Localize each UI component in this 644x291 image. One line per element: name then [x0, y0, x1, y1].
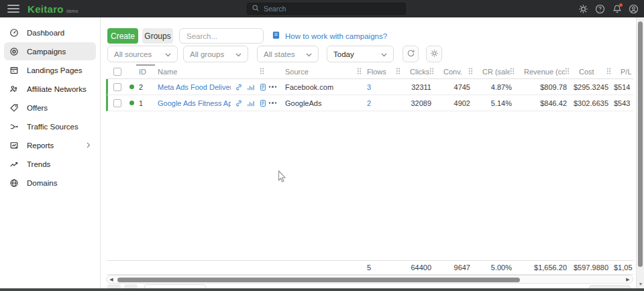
scroll-left-arrow[interactable]: ◀ — [107, 275, 116, 284]
sidebar-item-label: Domains — [27, 179, 57, 187]
horizontal-scrollbar: ◀ ▶ — [106, 275, 633, 284]
select-all-checkbox[interactable] — [113, 68, 121, 76]
drag-handle-icon[interactable] — [357, 68, 362, 76]
sidebar-item-label: Landings Pages — [27, 66, 82, 74]
campaign-report-icon[interactable] — [259, 83, 267, 91]
pl-value: $543 — [614, 99, 633, 107]
scroll-right-arrow[interactable]: ▶ — [623, 275, 633, 284]
pl-value: $514 — [614, 83, 633, 91]
table-header-row: ID Name Source Flows Clicks — [106, 64, 633, 79]
sidebar-item-domains[interactable]: Domains — [4, 174, 96, 192]
campaign-name-link[interactable]: Meta Ads Food Delivery Promo — [158, 83, 231, 91]
global-search[interactable] — [247, 3, 406, 15]
drag-handle-icon[interactable] — [260, 68, 264, 76]
table-settings-button[interactable] — [426, 46, 442, 62]
more-actions-icon[interactable] — [269, 102, 277, 104]
help-icon[interactable] — [595, 4, 605, 14]
domains-icon — [9, 178, 19, 188]
status-active-dot — [129, 84, 134, 89]
drag-handle-icon[interactable] — [606, 68, 611, 76]
summary-conv: 9647 — [437, 264, 476, 272]
sidebar-item-campaigns[interactable]: Campaigns — [4, 42, 96, 60]
menu-icon[interactable] — [7, 5, 19, 13]
row-checkbox[interactable] — [113, 83, 121, 91]
campaign-report-icon[interactable] — [259, 99, 267, 107]
refresh-button[interactable] — [402, 46, 419, 62]
dashboard-icon — [9, 28, 19, 38]
conv-value: 4902 — [437, 99, 476, 107]
cr-value: 4.87% — [476, 83, 517, 91]
column-header-cr[interactable]: CR (sales) — [476, 64, 517, 78]
help-article-link[interactable]: How to work with campaigns? — [272, 28, 387, 44]
row-checkbox[interactable] — [113, 99, 121, 107]
column-header-revenue[interactable]: Revenue (con… — [517, 64, 572, 78]
gear-icon[interactable] — [578, 4, 588, 14]
summary-revenue: $1,656.20 — [517, 264, 572, 272]
more-actions-icon[interactable] — [269, 86, 277, 88]
revenue-value: $809.78 — [517, 83, 572, 91]
bell-icon[interactable] — [612, 4, 622, 14]
summary-pl: $1,05 — [614, 264, 633, 272]
filter-sources-dropdown[interactable]: All sources — [107, 46, 178, 62]
sidebar-item-trends[interactable]: Trends — [4, 155, 96, 173]
flows-link[interactable]: 2 — [364, 99, 403, 107]
drag-handle-icon[interactable] — [468, 68, 473, 76]
chevron-down-icon — [306, 50, 312, 58]
horizontal-scroll-thumb[interactable] — [117, 278, 520, 282]
drag-handle-icon[interactable] — [565, 68, 570, 76]
column-header-conv[interactable]: Conv. — [437, 64, 476, 78]
sidebar-item-label: Campaigns — [27, 48, 66, 56]
filter-date-value: Today — [333, 50, 354, 58]
drag-handle-icon[interactable] — [510, 68, 515, 76]
filter-date-dropdown[interactable]: Today — [327, 46, 394, 62]
column-header-clicks[interactable]: Clicks — [403, 64, 437, 78]
filter-groups-value: All groups — [190, 50, 224, 58]
horizontal-scroll-track[interactable] — [116, 276, 623, 283]
sidebar-item-affiliate-networks[interactable]: Affiliate Networks — [4, 80, 96, 98]
create-button[interactable]: Create — [107, 28, 138, 44]
column-header-flows[interactable]: Flows — [364, 64, 403, 78]
topbar-icons — [578, 0, 639, 17]
campaign-link-icon[interactable] — [235, 99, 243, 107]
global-search-input[interactable] — [264, 5, 401, 13]
column-header-source[interactable]: Source — [278, 64, 364, 78]
sidebar-item-offers[interactable]: Offers — [4, 99, 96, 117]
summary-flows: 5 — [364, 264, 403, 272]
app-logo[interactable]: Keitaro demo — [28, 3, 78, 15]
filter-groups-dropdown[interactable]: All groups — [183, 46, 248, 62]
column-header-pl[interactable]: P/L ( — [614, 64, 633, 78]
sidebar-item-traffic-sources[interactable]: Traffic Sources — [4, 117, 96, 135]
campaign-search-input[interactable] — [179, 28, 264, 44]
traffic-sources-icon — [9, 122, 19, 131]
sidebar-item-dashboard[interactable]: Dashboard — [4, 23, 96, 42]
flows-link[interactable]: 3 — [364, 83, 403, 91]
groups-button[interactable]: Groups — [142, 28, 173, 44]
clicks-value: 32311 — [403, 83, 437, 91]
scroll-down-arrow[interactable]: ▼ — [637, 280, 644, 288]
revenue-value: $846.42 — [517, 99, 572, 107]
book-icon — [272, 31, 280, 41]
trends-icon — [9, 160, 19, 169]
campaign-stats-icon[interactable] — [247, 83, 255, 91]
column-header-id[interactable]: ID — [136, 64, 156, 78]
column-header-cost[interactable]: Cost — [572, 64, 614, 78]
chevron-down-icon — [235, 50, 241, 58]
affiliate-networks-icon — [9, 84, 19, 94]
campaign-name-link[interactable]: Google Ads Fitness App Split — [158, 99, 231, 107]
sidebar-item-label: Trends — [27, 160, 50, 168]
account-icon[interactable] — [629, 4, 639, 14]
campaign-stats-icon[interactable] — [247, 99, 255, 107]
campaign-source: GoogleAds — [278, 99, 364, 107]
summary-clicks: 64400 — [403, 264, 437, 272]
drag-handle-icon[interactable] — [396, 68, 400, 76]
sidebar-item-reports[interactable]: Reports — [4, 136, 96, 154]
filter-states-dropdown[interactable]: All states — [257, 46, 319, 62]
reports-icon — [9, 141, 19, 150]
campaign-link-icon[interactable] — [235, 83, 243, 91]
table-summary-row: 5 64400 9647 5.00% $1,656.20 $597.9880 $… — [106, 260, 633, 275]
logo-text: Keitaro — [28, 3, 64, 15]
vertical-scroll-thumb[interactable] — [638, 21, 643, 267]
sidebar-item-landings-pages[interactable]: Landings Pages — [4, 61, 96, 79]
drag-handle-icon[interactable] — [429, 68, 434, 76]
column-header-name[interactable]: Name — [156, 64, 267, 78]
